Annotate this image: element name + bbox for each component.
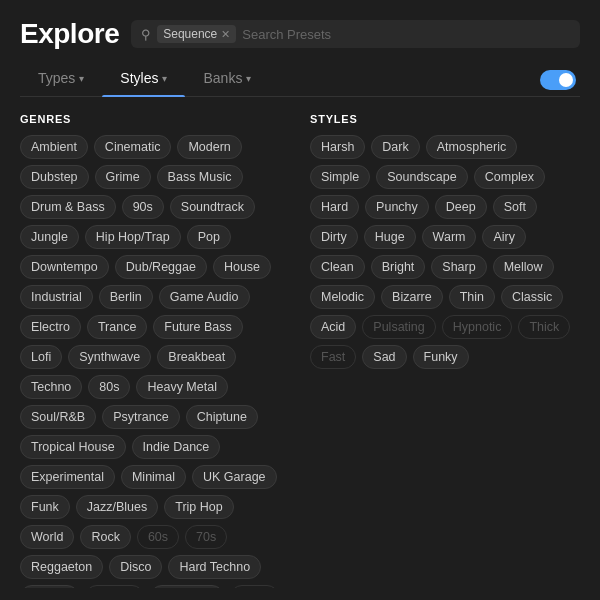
genre-tag[interactable]: World (20, 525, 74, 549)
genre-tag[interactable]: Disco (109, 555, 162, 579)
genres-section-header: GENRES (20, 113, 290, 125)
style-tag[interactable]: Harsh (310, 135, 365, 159)
tab-banks-label: Banks (203, 70, 242, 86)
genre-tag[interactable]: Industrial (20, 285, 93, 309)
style-tag[interactable]: Punchy (365, 195, 429, 219)
style-tag: Hypnotic (442, 315, 513, 339)
genre-tag[interactable]: UK Garage (192, 465, 277, 489)
search-placeholder: Search Presets (242, 27, 331, 42)
genre-tag[interactable]: Rock (80, 525, 130, 549)
genre-tag[interactable]: Tropical House (20, 435, 126, 459)
style-tag[interactable]: Huge (364, 225, 416, 249)
style-tag[interactable]: Dark (371, 135, 419, 159)
style-tag[interactable]: Melodic (310, 285, 375, 309)
chevron-down-icon: ▾ (246, 73, 251, 84)
genre-tag[interactable]: Ambient (20, 135, 88, 159)
genre-tag[interactable]: Grime (95, 165, 151, 189)
content-area: GENRES AmbientCinematicModernDubstepGrim… (20, 113, 580, 588)
genre-tag[interactable]: Electro (20, 315, 81, 339)
genre-tag[interactable]: Psytrance (102, 405, 180, 429)
genre-tag[interactable]: Pop (187, 225, 231, 249)
genre-tag[interactable]: Downtempo (20, 255, 109, 279)
genre-tag[interactable]: Game Audio (159, 285, 250, 309)
genre-tag[interactable]: Minimal (121, 465, 186, 489)
toggle-switch[interactable] (540, 70, 576, 90)
genre-tag: Latin (230, 585, 279, 588)
genre-tag[interactable]: Techno (20, 375, 82, 399)
genre-tag[interactable]: Funk (20, 495, 70, 519)
style-tag[interactable]: Soft (493, 195, 537, 219)
tab-types[interactable]: Types ▾ (20, 64, 102, 96)
style-tag: Fast (310, 345, 356, 369)
genre-tag[interactable]: Reggaeton (20, 555, 103, 579)
style-tag[interactable]: Simple (310, 165, 370, 189)
genre-tag[interactable]: Experimental (20, 465, 115, 489)
style-tag[interactable]: Complex (474, 165, 545, 189)
genre-tag[interactable]: Chiptune (186, 405, 258, 429)
genre-tag[interactable]: Breakbeat (157, 345, 236, 369)
genre-tag[interactable]: Soul/R&B (20, 405, 96, 429)
style-tag[interactable]: Sharp (431, 255, 486, 279)
genre-tag[interactable]: Trance (87, 315, 147, 339)
style-tag[interactable]: Soundscape (376, 165, 468, 189)
genre-tag[interactable]: Soundtrack (170, 195, 255, 219)
genre-tag: 70s (185, 525, 227, 549)
styles-tags: HarshDarkAtmosphericSimpleSoundscapeComp… (310, 135, 580, 369)
genre-tag[interactable]: Heavy Metal (136, 375, 227, 399)
genre-tag[interactable]: Synthwave (68, 345, 151, 369)
nav-tabs: Types ▾ Styles ▾ Banks ▾ (20, 64, 580, 97)
style-tag[interactable]: Bright (371, 255, 426, 279)
tab-banks[interactable]: Banks ▾ (185, 64, 269, 96)
chevron-down-icon: ▾ (79, 73, 84, 84)
style-tag[interactable]: Dirty (310, 225, 358, 249)
style-tag[interactable]: Warm (422, 225, 477, 249)
genre-tag[interactable]: Future Bass (153, 315, 242, 339)
genre-tag[interactable]: Cinematic (94, 135, 172, 159)
style-tag[interactable]: Clean (310, 255, 365, 279)
genre-tag[interactable]: Indie Dance (132, 435, 221, 459)
genre-tag[interactable]: Modern (177, 135, 241, 159)
style-tag[interactable]: Classic (501, 285, 563, 309)
search-icon: ⚲ (141, 27, 151, 42)
genre-tag[interactable]: Dub/Reggae (115, 255, 207, 279)
nav-left: Types ▾ Styles ▾ Banks ▾ (20, 64, 269, 96)
close-icon[interactable]: ✕ (221, 28, 230, 41)
style-tag[interactable]: Atmospheric (426, 135, 517, 159)
genre-tag[interactable]: 80s (88, 375, 130, 399)
genre-tag[interactable]: House (213, 255, 271, 279)
genre-tag[interactable]: Jungle (20, 225, 79, 249)
genre-tag[interactable]: Detroit (20, 585, 79, 588)
genre-tag[interactable]: Jazz/Blues (76, 495, 158, 519)
genre-tag[interactable]: Hip Hop/Trap (85, 225, 181, 249)
genre-tag[interactable]: Bass Music (157, 165, 243, 189)
style-tag[interactable]: Hard (310, 195, 359, 219)
style-tag: Pulsating (362, 315, 435, 339)
genre-tag[interactable]: Lofi (20, 345, 62, 369)
styles-column: STYLES HarshDarkAtmosphericSimpleSoundsc… (310, 113, 580, 588)
genres-tags: AmbientCinematicModernDubstepGrimeBass M… (20, 135, 290, 588)
header: Explore ⚲ Sequence ✕ Search Presets (20, 18, 580, 50)
style-tag[interactable]: Deep (435, 195, 487, 219)
genre-tag[interactable]: Hard Techno (168, 555, 261, 579)
style-tag[interactable]: Airy (482, 225, 526, 249)
style-tag[interactable]: Mellow (493, 255, 554, 279)
style-tag[interactable]: Thin (449, 285, 495, 309)
genre-tag[interactable]: Dubstep (20, 165, 89, 189)
genre-tag: Fusion (85, 585, 145, 588)
genre-tag[interactable]: 90s (122, 195, 164, 219)
genres-column: GENRES AmbientCinematicModernDubstepGrim… (20, 113, 290, 588)
genre-tag[interactable]: Footwork (150, 585, 223, 588)
style-tag: Thick (518, 315, 570, 339)
genre-tag[interactable]: Drum & Bass (20, 195, 116, 219)
tab-styles-label: Styles (120, 70, 158, 86)
style-tag[interactable]: Bizarre (381, 285, 443, 309)
genre-tag[interactable]: Berlin (99, 285, 153, 309)
tab-styles[interactable]: Styles ▾ (102, 64, 185, 96)
search-tag[interactable]: Sequence ✕ (157, 25, 236, 43)
search-bar[interactable]: ⚲ Sequence ✕ Search Presets (131, 20, 580, 48)
search-tag-label: Sequence (163, 27, 217, 41)
style-tag[interactable]: Funky (413, 345, 469, 369)
style-tag[interactable]: Sad (362, 345, 406, 369)
style-tag[interactable]: Acid (310, 315, 356, 339)
genre-tag[interactable]: Trip Hop (164, 495, 233, 519)
